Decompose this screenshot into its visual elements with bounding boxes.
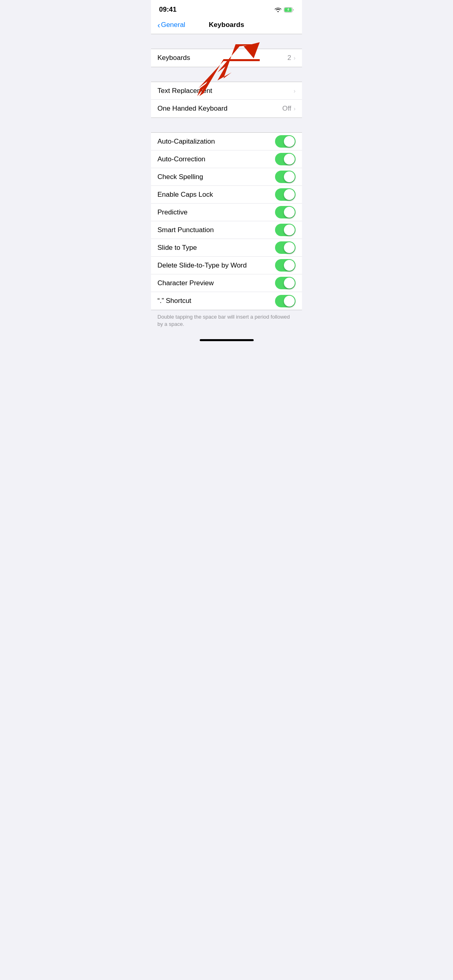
section-gap-middle <box>151 118 302 132</box>
keyboards-count: 2 <box>288 54 291 62</box>
toggle-switch-9[interactable] <box>275 295 296 307</box>
toggle-row-4: Predictive <box>151 204 302 221</box>
toggle-row-8: Character Preview <box>151 274 302 292</box>
toggle-row-3: Enable Caps Lock <box>151 186 302 204</box>
toggle-switch-8[interactable] <box>275 277 296 289</box>
status-icons <box>275 7 294 12</box>
status-bar: 09:41 <box>151 0 302 18</box>
one-handed-keyboard-label: One Handed Keyboard <box>157 105 282 113</box>
toggle-row-6: Slide to Type <box>151 239 302 257</box>
wifi-icon <box>275 7 281 12</box>
toggle-row-9: “.” Shortcut <box>151 292 302 310</box>
toggle-row-0: Auto-Capitalization <box>151 133 302 150</box>
keyboards-value-group: 2 › <box>288 54 296 62</box>
toggle-row-2: Check Spelling <box>151 168 302 186</box>
toggle-label-8: Character Preview <box>157 279 275 287</box>
toggle-switch-6[interactable] <box>275 241 296 254</box>
home-bar <box>200 339 254 341</box>
back-button[interactable]: ‹ General <box>157 21 185 29</box>
toggle-label-5: Smart Punctuation <box>157 226 275 234</box>
page-title: Keyboards <box>209 21 244 29</box>
home-indicator <box>151 336 302 343</box>
toggle-switch-0[interactable] <box>275 135 296 148</box>
toggle-switch-4[interactable] <box>275 206 296 218</box>
battery-icon <box>284 7 294 12</box>
status-time: 09:41 <box>159 6 176 14</box>
nav-bar: ‹ General Keyboards <box>151 18 302 34</box>
section-gap-arrow <box>151 67 302 82</box>
one-handed-keyboard-right: Off › <box>282 105 296 113</box>
section-footer: Double tapping the space bar will insert… <box>151 310 302 336</box>
back-label: General <box>161 21 185 29</box>
toggle-row-7: Delete Slide-to-Type by Word <box>151 257 302 274</box>
toggle-row-5: Smart Punctuation <box>151 221 302 239</box>
toggle-switch-3[interactable] <box>275 188 296 201</box>
toggle-label-9: “.” Shortcut <box>157 297 275 305</box>
toggle-label-2: Check Spelling <box>157 173 275 181</box>
toggle-switch-5[interactable] <box>275 224 296 236</box>
toggle-label-1: Auto-Correction <box>157 155 275 163</box>
toggle-switch-2[interactable] <box>275 171 296 183</box>
toggle-switch-7[interactable] <box>275 259 296 272</box>
toggle-switch-1[interactable] <box>275 153 296 165</box>
toggle-label-4: Predictive <box>157 208 275 216</box>
text-replacement-chevron-icon: › <box>294 88 296 94</box>
red-arrow-main-icon <box>191 55 264 99</box>
toggles-section: Auto-Capitalization Auto-Correction Chec… <box>151 132 302 310</box>
toggle-row-1: Auto-Correction <box>151 150 302 168</box>
keyboards-chevron-icon: › <box>294 55 296 61</box>
toggle-label-3: Enable Caps Lock <box>157 191 275 199</box>
text-replacement-right: › <box>294 88 296 94</box>
toggle-label-0: Auto-Capitalization <box>157 138 275 146</box>
back-chevron-icon: ‹ <box>157 21 160 29</box>
one-handed-keyboard-row[interactable]: One Handed Keyboard Off › <box>151 100 302 117</box>
one-handed-keyboard-value: Off <box>282 105 291 113</box>
section-gap-top <box>151 34 302 49</box>
toggle-label-6: Slide to Type <box>157 244 275 252</box>
one-handed-chevron-icon: › <box>294 105 296 112</box>
toggle-label-7: Delete Slide-to-Type by Word <box>157 261 275 270</box>
